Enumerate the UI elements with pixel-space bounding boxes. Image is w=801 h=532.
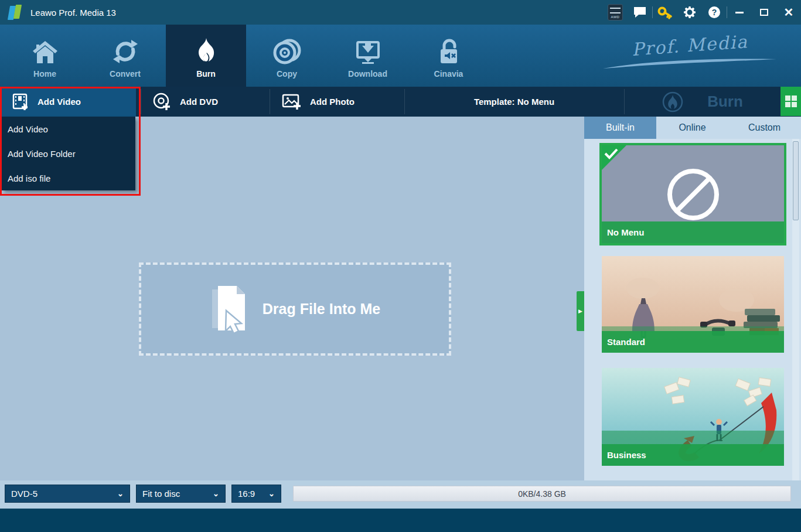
template-name: No Menu — [602, 221, 784, 243]
nav-copy[interactable]: Copy — [247, 25, 327, 87]
message-icon[interactable] — [628, 0, 652, 25]
add-dvd-button[interactable]: Add DVD — [141, 87, 270, 117]
capacity-text: 0KB/4.38 GB — [518, 489, 566, 499]
burn-action-button[interactable]: Burn — [624, 87, 780, 117]
disc-type-value: DVD-5 — [11, 489, 38, 499]
nav-convert[interactable]: Convert — [85, 25, 165, 87]
aspect-ratio-select[interactable]: 16:9 ⌄ — [231, 485, 281, 503]
nav-label: Copy — [277, 69, 297, 79]
panel-collapse-handle[interactable]: ▶ — [577, 291, 584, 331]
nav-label: Home — [33, 69, 56, 79]
template-business[interactable]: Business — [602, 368, 784, 466]
drag-file-icon — [210, 285, 247, 334]
add-photo-button[interactable]: Add Photo — [270, 87, 404, 117]
nav-cinavia[interactable]: Cinavia — [408, 25, 489, 87]
aspect-ratio-value: 16:9 — [238, 489, 255, 499]
burn-flame-icon — [194, 37, 219, 64]
nav-burn[interactable]: Burn — [166, 25, 246, 87]
window-title: Leawo Prof. Media 13 — [30, 8, 116, 18]
fit-mode-select[interactable]: Fit to disc ⌄ — [136, 485, 226, 503]
leawo-logo-icon — [7, 5, 25, 20]
menu-item-add-video-folder[interactable]: Add Video Folder — [2, 141, 135, 166]
nav-label: Cinavia — [434, 69, 463, 79]
gear-icon[interactable] — [677, 0, 702, 25]
brand-swoosh — [602, 57, 778, 70]
nav-label: Download — [348, 69, 387, 79]
bottom-bar: DVD-5 ⌄ Fit to disc ⌄ 16:9 ⌄ 0KB/4.38 GB — [0, 480, 801, 509]
sub-toolbar: Add Video Add DVD — [0, 87, 801, 117]
status-strip — [0, 509, 801, 532]
amd-badge-icon[interactable]: AMD — [603, 0, 628, 25]
copy-disc-icon — [273, 39, 301, 64]
chevron-down-icon: ⌄ — [117, 489, 124, 498]
add-video-button[interactable]: Add Video — [0, 87, 136, 117]
template-button[interactable]: Template: No Menu — [404, 87, 624, 117]
capacity-bar: 0KB/4.38 GB — [293, 486, 791, 502]
no-symbol-icon — [665, 166, 721, 223]
tab-online[interactable]: Online — [656, 117, 728, 139]
brand-text: Prof. Media — [631, 31, 749, 60]
nav-download[interactable]: Download — [328, 25, 408, 87]
convert-icon — [112, 39, 139, 64]
panel-scrollbar[interactable] — [792, 139, 799, 480]
add-video-label: Add Video — [38, 97, 81, 107]
add-video-icon — [12, 93, 29, 111]
template-tabs: Built-in Online Custom — [584, 117, 801, 139]
tab-built-in[interactable]: Built-in — [584, 117, 656, 139]
download-icon — [354, 39, 382, 64]
svg-text:?: ? — [712, 8, 717, 17]
scrollbar-thumb[interactable] — [793, 141, 799, 220]
nav-label: Convert — [110, 69, 141, 79]
chevron-down-icon: ⌄ — [268, 489, 275, 498]
nav-home[interactable]: Home — [5, 25, 85, 87]
grid-icon — [785, 96, 797, 107]
dropzone-label: Drag File Into Me — [263, 301, 380, 318]
key-icon[interactable] — [653, 0, 677, 25]
template-no-menu[interactable]: No Menu — [602, 145, 784, 243]
nav-label: Burn — [196, 69, 216, 79]
add-photo-icon — [282, 93, 302, 111]
app-window: Leawo Prof. Media 13 AMD ? ✕ — [0, 0, 801, 532]
template-name: Standard — [602, 331, 784, 353]
burn-action-icon — [662, 91, 684, 113]
fit-mode-value: Fit to disc — [142, 489, 180, 499]
chevron-down-icon: ⌄ — [213, 489, 219, 498]
main-nav: Home Convert Burn Co — [0, 25, 801, 87]
template-label: Template: No Menu — [474, 97, 554, 107]
cinavia-lock-icon — [436, 39, 462, 64]
template-name: Business — [602, 444, 784, 466]
titlebar: Leawo Prof. Media 13 AMD ? ✕ — [0, 0, 801, 25]
add-dvd-label: Add DVD — [180, 97, 218, 107]
minimize-button[interactable] — [727, 0, 752, 25]
template-standard[interactable]: Standard — [602, 256, 784, 353]
brand-logo: Prof. Media — [602, 35, 778, 70]
menu-item-add-video[interactable]: Add Video — [2, 117, 135, 141]
add-photo-label: Add Photo — [310, 97, 355, 107]
template-panel: ▶ Built-in Online Custom No Menu — [584, 117, 801, 480]
home-icon — [31, 39, 59, 64]
menu-item-add-iso-file[interactable]: Add iso file — [2, 166, 135, 190]
drag-drop-zone[interactable]: Drag File Into Me — [139, 262, 451, 356]
help-icon[interactable]: ? — [702, 0, 727, 25]
selected-check-icon — [602, 145, 626, 170]
maximize-button[interactable] — [752, 0, 776, 25]
close-button[interactable]: ✕ — [776, 0, 801, 25]
add-video-dropdown: Add Video Add Video Folder Add iso file — [2, 117, 135, 190]
burn-action-label: Burn — [707, 93, 743, 111]
template-grid-button[interactable] — [780, 87, 801, 116]
add-dvd-icon — [153, 93, 172, 111]
disc-type-select[interactable]: DVD-5 ⌄ — [5, 485, 130, 503]
tab-custom[interactable]: Custom — [728, 117, 800, 139]
